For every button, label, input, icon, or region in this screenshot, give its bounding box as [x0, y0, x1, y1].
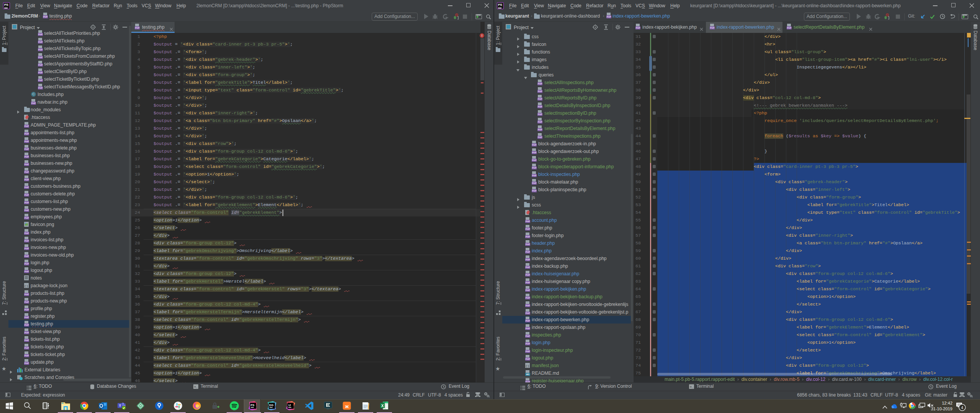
svg-text:IJ: IJ	[289, 403, 291, 407]
svg-text:T: T	[119, 404, 121, 408]
svg-text:DG: DG	[269, 403, 273, 407]
svg-text:ж: ж	[345, 403, 349, 409]
svg-text:?: ?	[488, 395, 490, 398]
svg-text:PS: PS	[251, 403, 255, 407]
svg-text:4: 4	[961, 405, 964, 410]
svg-text:X: X	[381, 404, 384, 408]
svg-text:?: ?	[972, 395, 973, 398]
